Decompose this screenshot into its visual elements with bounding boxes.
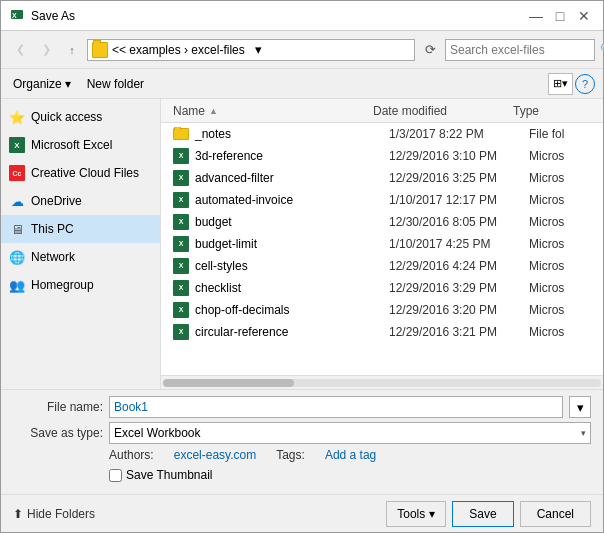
excel-file-icon: X (173, 258, 189, 274)
search-input[interactable] (450, 43, 600, 57)
view-arrow: ▾ (562, 77, 568, 90)
tags-label: Tags: (276, 448, 305, 462)
horizontal-scrollbar[interactable] (161, 375, 603, 389)
table-row[interactable]: X cell-styles 12/29/2016 4:24 PM Micros (161, 255, 603, 277)
sidebar-item-homegroup[interactable]: 👥 Homegroup (1, 271, 160, 299)
file-date: 12/29/2016 3:20 PM (389, 303, 529, 317)
savetype-select[interactable]: Excel Workbook ▾ (109, 422, 591, 444)
organize-arrow: ▾ (65, 77, 71, 91)
sidebar-label-homegroup: Homegroup (31, 278, 94, 292)
save-button[interactable]: Save (452, 501, 513, 527)
tools-button[interactable]: Tools ▾ (386, 501, 446, 527)
file-type: File fol (529, 127, 599, 141)
hide-folders-button[interactable]: ⬆ Hide Folders (13, 507, 95, 521)
thumbnail-checkbox[interactable] (109, 469, 122, 482)
excel-icon: X (9, 137, 25, 153)
organize-button[interactable]: Organize ▾ (9, 73, 75, 95)
file-date: 12/30/2016 8:05 PM (389, 215, 529, 229)
table-row[interactable]: X advanced-filter 12/29/2016 3:25 PM Mic… (161, 167, 603, 189)
table-row[interactable]: X circular-reference 12/29/2016 3:21 PM … (161, 321, 603, 343)
view-controls: ⊞ ▾ ? (548, 73, 595, 95)
file-name: advanced-filter (195, 171, 274, 185)
table-row[interactable]: _notes 1/3/2017 8:22 PM File fol (161, 123, 603, 145)
sidebar-label-quick-access: Quick access (31, 110, 102, 124)
filename-input[interactable] (109, 396, 563, 418)
right-buttons: Tools ▾ Save Cancel (386, 501, 591, 527)
close-button[interactable]: ✕ (573, 5, 595, 27)
search-box: 🔍 (445, 39, 595, 61)
breadcrumb-dropdown-button[interactable]: ▾ (249, 40, 269, 60)
savetype-label: Save as type: (13, 426, 103, 440)
sidebar-label-microsoft-excel: Microsoft Excel (31, 138, 112, 152)
sidebar-item-microsoft-excel[interactable]: X Microsoft Excel (1, 131, 160, 159)
file-name: automated-invoice (195, 193, 293, 207)
dialog-title: Save As (31, 9, 525, 23)
table-row[interactable]: X budget 12/30/2016 8:05 PM Micros (161, 211, 603, 233)
tools-label: Tools (397, 507, 425, 521)
file-date: 1/3/2017 8:22 PM (389, 127, 529, 141)
meta-row: Authors: excel-easy.com Tags: Add a tag (13, 448, 591, 466)
excel-file-icon: X (173, 280, 189, 296)
thumbnail-row: Save Thumbnail (13, 466, 591, 488)
breadcrumb[interactable]: << examples › excel-files ▾ (87, 39, 415, 61)
file-type: Micros (529, 325, 599, 339)
main-area: ⭐ Quick access X Microsoft Excel Cc Crea… (1, 99, 603, 389)
file-type: Micros (529, 193, 599, 207)
excel-file-icon: X (173, 214, 189, 230)
excel-file-icon: X (173, 148, 189, 164)
sidebar-item-quick-access[interactable]: ⭐ Quick access (1, 103, 160, 131)
maximize-button[interactable]: □ (549, 5, 571, 27)
cancel-button[interactable]: Cancel (520, 501, 591, 527)
file-list-header: Name ▲ Date modified Type (161, 99, 603, 123)
file-date: 1/10/2017 12:17 PM (389, 193, 529, 207)
button-row: ⬆ Hide Folders Tools ▾ Save Cancel (1, 494, 603, 532)
organize-label: Organize (13, 77, 62, 91)
creative-cloud-icon: Cc (9, 165, 25, 181)
file-type: Micros (529, 215, 599, 229)
filename-dropdown-button[interactable]: ▾ (569, 396, 591, 418)
help-button[interactable]: ? (575, 74, 595, 94)
file-type: Micros (529, 259, 599, 273)
sidebar-item-this-pc[interactable]: 🖥 This PC (1, 215, 160, 243)
forward-button[interactable]: ❯ (35, 39, 57, 61)
file-type: Micros (529, 149, 599, 163)
savetype-dropdown-arrow: ▾ (581, 428, 586, 438)
minimize-button[interactable]: — (525, 5, 547, 27)
file-type: Micros (529, 171, 599, 185)
view-icon: ⊞ (553, 77, 562, 90)
hide-folders-icon: ⬆ (13, 507, 23, 521)
sidebar-item-network[interactable]: 🌐 Network (1, 243, 160, 271)
new-folder-button[interactable]: New folder (83, 73, 148, 95)
savetype-value: Excel Workbook (114, 426, 581, 440)
file-name: _notes (195, 127, 231, 141)
refresh-button[interactable]: ⟳ (419, 39, 441, 61)
filename-row: File name: ▾ (13, 396, 591, 418)
table-row[interactable]: X checklist 12/29/2016 3:29 PM Micros (161, 277, 603, 299)
tags-value[interactable]: Add a tag (325, 448, 376, 462)
scroll-thumb[interactable] (163, 379, 294, 387)
save-as-dialog: X Save As — □ ✕ ❮ ❯ ↑ << examples › exce… (0, 0, 604, 533)
column-name[interactable]: Name ▲ (165, 104, 373, 118)
up-button[interactable]: ↑ (61, 39, 83, 61)
table-row[interactable]: X chop-off-decimals 12/29/2016 3:20 PM M… (161, 299, 603, 321)
savetype-row: Save as type: Excel Workbook ▾ (13, 422, 591, 444)
sidebar-label-this-pc: This PC (31, 222, 74, 236)
file-name: 3d-reference (195, 149, 263, 163)
file-date: 1/10/2017 4:25 PM (389, 237, 529, 251)
sidebar-item-onedrive[interactable]: ☁ OneDrive (1, 187, 160, 215)
view-button[interactable]: ⊞ ▾ (548, 73, 573, 95)
column-date-modified[interactable]: Date modified (373, 104, 513, 118)
file-list[interactable]: _notes 1/3/2017 8:22 PM File fol X 3d-re… (161, 123, 603, 375)
table-row[interactable]: X budget-limit 1/10/2017 4:25 PM Micros (161, 233, 603, 255)
file-date: 12/29/2016 4:24 PM (389, 259, 529, 273)
bottom-form-area: File name: ▾ Save as type: Excel Workboo… (1, 389, 603, 494)
sort-arrow: ▲ (209, 106, 218, 116)
column-type[interactable]: Type (513, 104, 583, 118)
table-row[interactable]: X 3d-reference 12/29/2016 3:10 PM Micros (161, 145, 603, 167)
authors-value[interactable]: excel-easy.com (174, 448, 256, 462)
file-name: budget (195, 215, 232, 229)
thumbnail-checkbox-label[interactable]: Save Thumbnail (109, 468, 213, 482)
sidebar-item-creative-cloud[interactable]: Cc Creative Cloud Files (1, 159, 160, 187)
table-row[interactable]: X automated-invoice 1/10/2017 12:17 PM M… (161, 189, 603, 211)
back-button[interactable]: ❮ (9, 39, 31, 61)
